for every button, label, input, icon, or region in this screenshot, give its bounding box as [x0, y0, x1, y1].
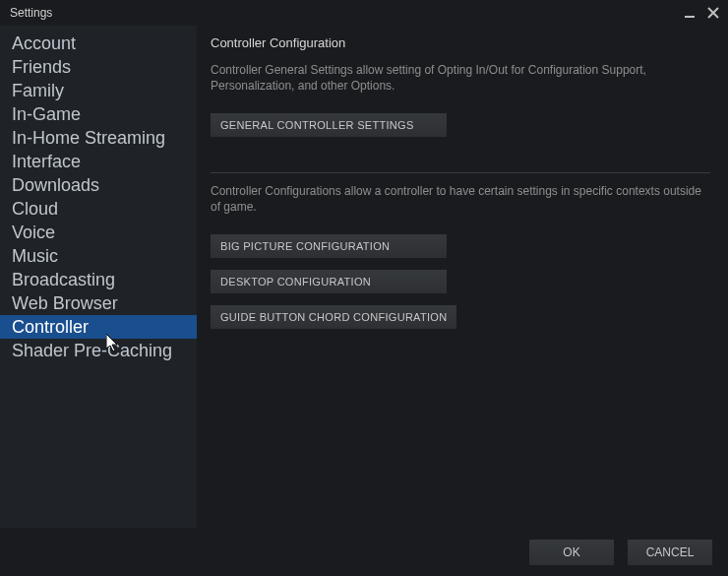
- sidebar-item-in-game[interactable]: In-Game: [8, 102, 197, 126]
- section-title: Controller Configuration: [211, 35, 710, 50]
- minimize-icon[interactable]: [683, 6, 697, 20]
- sidebar-item-cloud[interactable]: Cloud: [8, 197, 197, 221]
- window-title: Settings: [10, 6, 52, 20]
- main-panel: Controller Configuration Controller Gene…: [197, 26, 728, 528]
- big-picture-configuration-button[interactable]: BIG PICTURE CONFIGURATION: [211, 234, 447, 258]
- sidebar: AccountFriendsFamilyIn-GameIn-Home Strea…: [0, 26, 197, 528]
- content-area: AccountFriendsFamilyIn-GameIn-Home Strea…: [0, 26, 728, 528]
- sidebar-item-web-browser[interactable]: Web Browser: [8, 291, 197, 315]
- sidebar-item-downloads[interactable]: Downloads: [8, 173, 197, 197]
- sidebar-item-friends[interactable]: Friends: [8, 55, 197, 79]
- window-controls: [683, 6, 720, 20]
- guide-button-chord-configuration-button[interactable]: GUIDE BUTTON CHORD CONFIGURATION: [211, 305, 456, 329]
- titlebar: Settings: [0, 0, 728, 26]
- sidebar-item-music[interactable]: Music: [8, 244, 197, 268]
- sidebar-item-in-home-streaming[interactable]: In-Home Streaming: [8, 126, 197, 150]
- ok-button[interactable]: OK: [529, 540, 614, 565]
- section-desc-2: Controller Configurations allow a contro…: [211, 183, 710, 215]
- sidebar-item-controller[interactable]: Controller: [0, 315, 197, 339]
- sidebar-item-interface[interactable]: Interface: [8, 150, 197, 173]
- divider: [211, 172, 710, 173]
- cancel-button[interactable]: CANCEL: [628, 540, 712, 565]
- sidebar-item-broadcasting[interactable]: Broadcasting: [8, 268, 197, 291]
- sidebar-item-shader-pre-caching[interactable]: Shader Pre-Caching: [8, 339, 197, 362]
- desktop-configuration-button[interactable]: DESKTOP CONFIGURATION: [211, 270, 447, 293]
- sidebar-item-voice[interactable]: Voice: [8, 221, 197, 244]
- footer: OK CANCEL: [0, 529, 728, 576]
- section-desc-1: Controller General Settings allow settin…: [211, 62, 710, 94]
- sidebar-item-account[interactable]: Account: [8, 32, 197, 55]
- general-controller-settings-button[interactable]: GENERAL CONTROLLER SETTINGS: [211, 113, 447, 137]
- sidebar-item-family[interactable]: Family: [8, 79, 197, 102]
- close-icon[interactable]: [706, 6, 720, 20]
